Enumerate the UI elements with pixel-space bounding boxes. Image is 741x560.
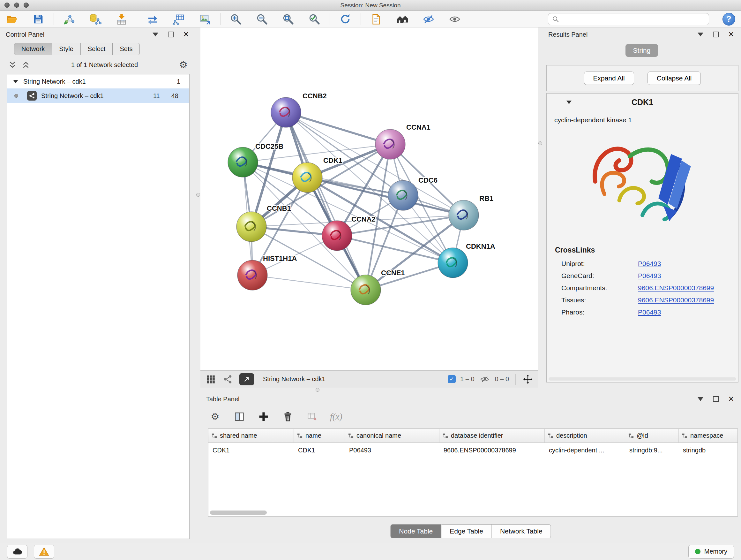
network-graph[interactable]: CCNB2CCNA1CDC25BCDK1CDC6RB1CCNB1CCNA2CDK…	[200, 27, 538, 370]
splitter-handle[interactable]	[196, 193, 200, 197]
zoom-out-icon[interactable]	[256, 13, 268, 25]
hide-graphics-details-icon[interactable]	[422, 13, 435, 25]
zoom-fit-icon[interactable]	[282, 13, 294, 25]
table-cell[interactable]: 9606.ENSP00000378699	[440, 443, 545, 457]
network-node-cdc25b[interactable]	[228, 147, 258, 177]
splitter-handle[interactable]	[316, 388, 320, 392]
network-node-cdkn1a[interactable]	[438, 248, 468, 278]
table-row[interactable]: CDK1CDK1P064939606.ENSP00000378699cyclin…	[208, 443, 738, 457]
tab-style[interactable]: Style	[52, 43, 80, 55]
tab-sets[interactable]: Sets	[113, 43, 140, 55]
tab-network[interactable]: Network	[14, 43, 52, 55]
tab-select[interactable]: Select	[81, 43, 113, 55]
section-collapse-icon[interactable]	[566, 101, 571, 104]
column-header[interactable]: description	[545, 429, 625, 443]
open-document-icon[interactable]	[370, 13, 383, 25]
cloud-button[interactable]	[7, 545, 27, 559]
network-edge[interactable]	[286, 112, 390, 144]
network-options-gear-icon[interactable]	[179, 60, 188, 70]
crosslink-link[interactable]: 9606.ENSP00000378699	[638, 284, 714, 292]
network-node-rb1[interactable]	[449, 200, 479, 230]
hidden-eye-slash-icon[interactable]	[479, 374, 490, 385]
network-collection-row[interactable]: String Network – cdk1 1	[7, 74, 189, 88]
table-horizontal-scrollbar[interactable]	[210, 510, 267, 515]
network-canvas[interactable]: CCNB2CCNA1CDC25BCDK1CDC6RB1CCNB1CCNA2CDK…	[200, 27, 538, 370]
show-graphics-details-icon[interactable]	[448, 13, 461, 25]
expand-all-icon[interactable]	[22, 61, 30, 69]
function-builder-icon[interactable]: f(x)	[330, 412, 342, 422]
help-button[interactable]	[723, 13, 735, 25]
zoom-in-icon[interactable]	[229, 13, 242, 25]
detach-view-button[interactable]	[239, 373, 254, 385]
string-tab-badge[interactable]: String	[625, 44, 658, 57]
pan-crosshair-icon[interactable]	[522, 374, 534, 385]
tab-edge-table[interactable]: Edge Table	[441, 524, 492, 538]
search-input[interactable]	[562, 15, 705, 23]
panel-float-icon[interactable]	[712, 395, 720, 403]
table-cell[interactable]: P06493	[345, 443, 440, 457]
column-header[interactable]: canonical name	[345, 429, 440, 443]
protein-section-header[interactable]: CDK1	[547, 94, 738, 111]
warning-button[interactable]	[34, 545, 54, 559]
network-edge[interactable]	[253, 275, 366, 290]
panel-close-icon[interactable]	[182, 30, 190, 39]
panel-menu-icon[interactable]	[151, 30, 159, 39]
memory-button[interactable]: Memory	[688, 545, 734, 559]
network-node-ccna2[interactable]	[322, 221, 352, 251]
collection-expand-icon[interactable]	[13, 80, 18, 83]
save-session-icon[interactable]	[32, 13, 45, 25]
results-scrollbar[interactable]	[549, 377, 736, 381]
crosslink-link[interactable]: P06493	[638, 308, 661, 316]
network-node-cdk1[interactable]	[292, 163, 322, 192]
network-from-table-icon[interactable]	[172, 13, 185, 25]
import-network-file-icon[interactable]	[63, 13, 76, 25]
create-column-icon[interactable]	[257, 410, 270, 423]
network-edge[interactable]	[286, 112, 366, 290]
open-session-icon[interactable]	[6, 13, 18, 25]
zoom-window-icon[interactable]	[23, 3, 29, 8]
delete-column-icon[interactable]	[281, 410, 294, 423]
tab-node-table[interactable]: Node Table	[390, 524, 441, 538]
table-cell[interactable]: stringdb	[679, 443, 738, 457]
show-columns-icon[interactable]	[233, 410, 246, 423]
export-image-icon[interactable]	[199, 13, 211, 25]
crosslink-link[interactable]: P06493	[638, 260, 661, 267]
column-header[interactable]: namespace	[679, 429, 738, 443]
grid-view-icon[interactable]	[205, 374, 216, 385]
selected-checkbox-icon[interactable]	[448, 375, 456, 383]
network-node-ccnb1[interactable]	[237, 212, 266, 242]
refresh-view-icon[interactable]	[339, 13, 352, 25]
crosslink-link[interactable]: P06493	[638, 272, 661, 280]
network-node-ccne1[interactable]	[351, 275, 381, 305]
splitter-handle[interactable]	[538, 141, 542, 145]
expand-all-button[interactable]: Expand All	[584, 71, 634, 85]
panel-float-icon[interactable]	[712, 30, 720, 39]
import-table-icon[interactable]	[115, 13, 128, 25]
column-header[interactable]: @id	[625, 429, 679, 443]
panel-float-icon[interactable]	[166, 30, 175, 39]
close-window-icon[interactable]	[4, 3, 10, 8]
network-node-cdc6[interactable]	[388, 180, 418, 210]
panel-close-icon[interactable]	[727, 30, 735, 39]
column-header[interactable]: name	[294, 429, 345, 443]
table-cell[interactable]: CDK1	[208, 443, 294, 457]
collapse-all-button[interactable]: Collapse All	[648, 71, 701, 85]
table-options-gear-icon[interactable]	[209, 410, 221, 423]
crosslink-link[interactable]: 9606.ENSP00000378699	[638, 296, 714, 304]
collapse-all-icon[interactable]	[8, 61, 17, 69]
table-cell[interactable]: CDK1	[294, 443, 345, 457]
network-row-selected[interactable]: String Network – cdk1 11 48	[7, 88, 189, 103]
network-node-ccna1[interactable]	[375, 129, 405, 159]
zoom-selected-icon[interactable]	[308, 13, 321, 25]
panel-menu-icon[interactable]	[696, 30, 704, 39]
minimize-window-icon[interactable]	[14, 3, 19, 8]
home-icon[interactable]	[396, 13, 409, 25]
column-header[interactable]: database identifier	[440, 429, 545, 443]
search-box[interactable]	[548, 13, 709, 25]
tab-network-table[interactable]: Network Table	[492, 524, 551, 538]
panel-close-icon[interactable]	[727, 395, 735, 403]
table-cell[interactable]: stringdb:9...	[625, 443, 679, 457]
network-node-ccnb2[interactable]	[271, 98, 301, 127]
column-header[interactable]: shared name	[208, 429, 294, 443]
network-arrows-icon[interactable]	[146, 13, 159, 25]
